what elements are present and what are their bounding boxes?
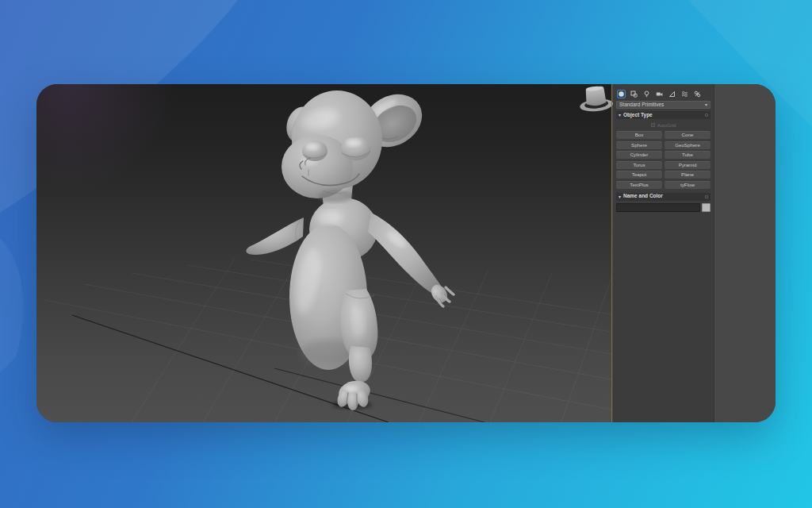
name-color-rollout-header[interactable]: ▾ Name and Color	[616, 193, 710, 201]
rollout-pin-icon	[705, 195, 708, 198]
shapes-icon[interactable]	[630, 90, 638, 98]
lights-icon[interactable]	[642, 90, 651, 98]
character-left-arm	[246, 217, 304, 255]
panel-right-filler	[714, 84, 776, 422]
object-type-rollout-title: Object Type	[623, 113, 703, 118]
name-color-rollout-title: Name and Color	[623, 194, 703, 199]
viewport-panel-divider[interactable]	[611, 84, 612, 422]
command-panel: Standard Primitives ▾ ▾ Object Type Auto…	[613, 84, 714, 422]
cameras-icon[interactable]	[655, 90, 664, 98]
primitives-dropdown[interactable]: Standard Primitives ▾	[616, 101, 710, 109]
object-color-swatch[interactable]	[702, 203, 710, 212]
object-type-rollout-header[interactable]: ▾ Object Type	[616, 111, 710, 119]
rollout-pin-icon	[705, 114, 708, 117]
primitives-dropdown-value: Standard Primitives	[619, 102, 664, 108]
mouse-character-model[interactable]	[227, 84, 465, 418]
helpers-icon[interactable]	[668, 90, 676, 98]
autogrid-label: AutoGrid	[657, 123, 676, 128]
object-name-input[interactable]	[616, 203, 700, 212]
object-type-button-tube[interactable]: Tube	[665, 151, 710, 159]
3d-app-window: Standard Primitives ▾ ▾ Object Type Auto…	[36, 84, 776, 422]
geometry-icon[interactable]	[617, 90, 626, 98]
autogrid-row: AutoGrid	[616, 121, 710, 129]
character-leg	[340, 289, 377, 383]
object-type-button-plane[interactable]: Plane	[665, 171, 710, 179]
object-type-button-teapot[interactable]: Teapot	[616, 171, 662, 179]
autogrid-checkbox[interactable]	[651, 123, 655, 127]
systems-icon[interactable]	[693, 90, 702, 98]
object-type-button-sphere[interactable]: Sphere	[616, 141, 662, 149]
object-type-button-grid: Box Cone Sphere GeoSphere Cylinder Tube …	[616, 131, 710, 189]
object-type-button-tyflow[interactable]: tyFlow	[665, 181, 710, 189]
object-type-button-torus[interactable]: Torus	[616, 161, 662, 169]
space-warps-icon[interactable]	[680, 90, 689, 98]
object-type-button-pyramid[interactable]: Pyramid	[665, 161, 710, 169]
object-type-button-cone[interactable]: Cone	[665, 131, 710, 139]
rollout-open-icon: ▾	[619, 194, 621, 199]
object-type-button-textplus[interactable]: TextPlus	[616, 181, 662, 189]
wave-shape-left	[0, 238, 24, 373]
chevron-down-icon: ▾	[705, 102, 707, 107]
object-type-button-box[interactable]: Box	[616, 131, 662, 139]
character-right-arm	[368, 213, 454, 306]
create-category-tabs	[616, 89, 710, 98]
object-type-button-geosphere[interactable]: GeoSphere	[665, 141, 710, 149]
rollout-open-icon: ▾	[619, 113, 621, 117]
3d-viewport[interactable]	[36, 84, 611, 422]
name-color-row	[616, 203, 710, 212]
object-type-button-cylinder[interactable]: Cylinder	[616, 151, 662, 159]
